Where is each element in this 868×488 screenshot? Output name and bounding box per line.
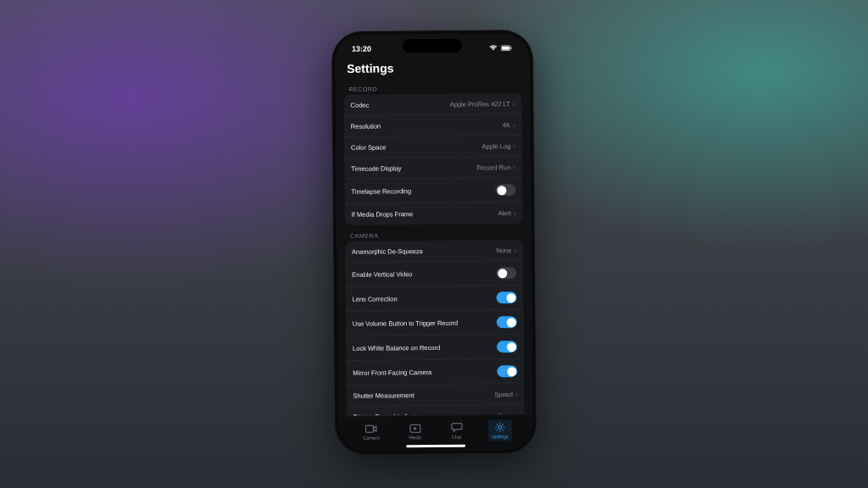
home-indicator[interactable] (406, 445, 465, 448)
battery-icon (501, 45, 513, 51)
row-color-space[interactable]: Color Space Apple Log› (344, 136, 522, 158)
row-label: Timecode Display (351, 164, 401, 173)
page-header: Settings (335, 57, 530, 80)
section-camera: Anamorphic De-Squeeze None› Enable Verti… (345, 240, 525, 416)
toggle-vertical-video[interactable] (496, 267, 516, 279)
svg-rect-1 (502, 46, 509, 49)
wifi-icon (489, 44, 498, 51)
tab-label: Settings (492, 434, 509, 439)
tab-media[interactable]: Media (405, 420, 425, 441)
screen: 13:20 Settings RECORD Codec Apple ProRes… (335, 33, 533, 452)
phone-frame: 13:20 Settings RECORD Codec Apple ProRes… (331, 30, 537, 455)
status-icons (489, 44, 513, 51)
svg-point-5 (498, 425, 502, 429)
gear-icon (494, 421, 506, 433)
row-media-drops-frame[interactable]: If Media Drops Frame Alert› (345, 202, 523, 225)
toggle-lens-correction[interactable] (497, 291, 517, 303)
row-lock-white-balance[interactable]: Lock White Balance on Record (346, 335, 524, 361)
settings-content[interactable]: RECORD Codec Apple ProRes 422 LT› Resolu… (335, 79, 532, 416)
row-value: Record Run (476, 164, 510, 171)
chevron-right-icon: › (514, 247, 516, 254)
camera-icon (365, 423, 377, 435)
row-volume-button[interactable]: Use Volume Button to Trigger Record (346, 310, 524, 336)
row-label: Lock White Balance on Record (353, 343, 440, 352)
row-shutter-measurement[interactable]: Shutter Measurement Speed› (346, 384, 524, 407)
toggle-lock-wb[interactable] (497, 341, 517, 352)
section-record: Codec Apple ProRes 422 LT› Resolution 4K… (343, 93, 522, 225)
toggle-knob (497, 186, 506, 195)
chevron-right-icon: › (513, 142, 515, 150)
chevron-right-icon: › (513, 121, 515, 129)
toggle-timelapse[interactable] (495, 184, 515, 196)
chevron-right-icon: › (513, 100, 515, 108)
tab-label: Media (409, 435, 421, 440)
row-label: Anamorphic De-Squeeze (352, 247, 423, 256)
toggle-volume-button[interactable] (497, 316, 517, 328)
row-codec[interactable]: Codec Apple ProRes 422 LT› (343, 93, 521, 116)
row-timelapse-recording[interactable]: Timelapse Recording (344, 178, 522, 204)
status-time: 13:20 (352, 45, 371, 53)
row-value: Alert (498, 209, 511, 217)
row-value: None (496, 247, 511, 254)
row-label: Lens Correction (353, 295, 398, 302)
toggle-mirror-front[interactable] (497, 365, 517, 377)
row-label: Timelapse Recording (351, 187, 411, 196)
row-label: Mirror Front-Facing Camera (353, 369, 431, 377)
toggle-knob (507, 342, 516, 352)
toggle-knob (498, 269, 507, 278)
svg-rect-2 (510, 47, 511, 49)
row-value: 4K (503, 121, 510, 129)
chevron-right-icon: › (515, 391, 518, 398)
media-icon (409, 422, 420, 434)
row-label: If Media Drops Frame (352, 210, 414, 219)
tab-camera[interactable]: Camera (359, 421, 383, 442)
section-header-camera: CAMERA (345, 225, 523, 241)
row-timecode-display[interactable]: Timecode Display Record Run› (344, 157, 522, 180)
chevron-right-icon: › (514, 164, 516, 171)
row-value: Speed (494, 391, 513, 398)
row-label: Codec (351, 101, 370, 108)
section-header-record: RECORD (343, 79, 521, 95)
page-title: Settings (347, 60, 518, 75)
tab-label: Chat (452, 435, 462, 440)
row-lens-correction[interactable]: Lens Correction (345, 286, 523, 312)
row-label: Resolution (351, 122, 381, 130)
tab-settings[interactable]: Settings (488, 419, 512, 441)
toggle-knob (507, 367, 516, 376)
row-label: Enable Vertical Video (352, 270, 412, 279)
tab-chat[interactable]: Chat (447, 420, 465, 441)
toggle-knob (506, 318, 515, 327)
row-label: Shutter Measurement (353, 391, 415, 400)
row-resolution[interactable]: Resolution 4K› (344, 114, 522, 137)
toggle-knob (506, 293, 515, 302)
row-value: Apple ProRes 422 LT (450, 100, 510, 108)
row-label: Color Space (351, 143, 386, 151)
tab-label: Camera (363, 435, 380, 441)
row-vertical-video[interactable]: Enable Vertical Video (345, 261, 523, 287)
chevron-right-icon: › (514, 209, 516, 217)
row-anamorphic[interactable]: Anamorphic De-Squeeze None› (345, 240, 523, 263)
dynamic-island (403, 39, 462, 53)
row-label: Use Volume Button to Trigger Record (353, 319, 458, 327)
svg-rect-3 (365, 425, 373, 432)
row-value: Apple Log (482, 142, 511, 150)
chat-icon (450, 422, 462, 434)
row-mirror-front[interactable]: Mirror Front-Facing Camera (346, 359, 524, 385)
